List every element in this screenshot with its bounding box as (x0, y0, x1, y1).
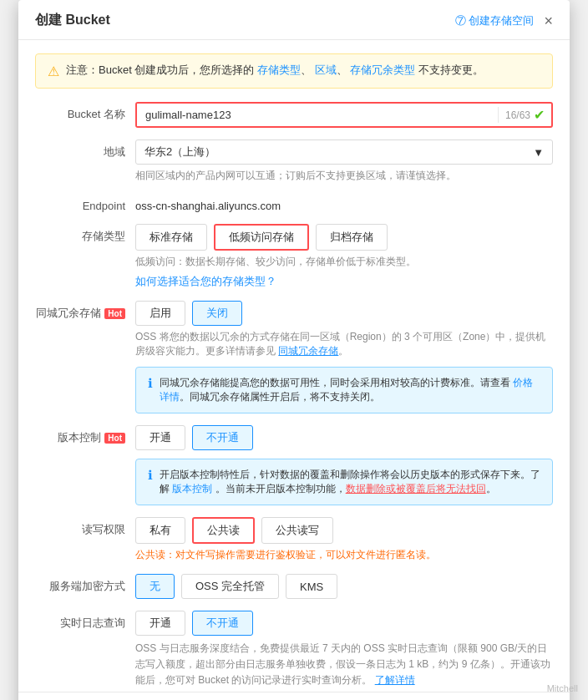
version-info-icon: ℹ (148, 468, 153, 483)
realtime-log-row: 实时日志查询 开通 不开通 OSS 与日志服务深度结合，免费提供最近 7 天内的… (35, 611, 553, 689)
version-group: 开通 不开通 (135, 425, 553, 450)
warning-icon: ⚠ (48, 63, 59, 79)
redundancy-enable[interactable]: 启用 (135, 301, 185, 326)
region-row: 地域 华东2（上海） ▼ 相同区域内的产品内网可以互通；订购后不支持更换区域，请… (35, 139, 553, 183)
redundancy-alert-text: 同城冗余存储能提高您的数据可用性，同时会采用相对较高的计费标准。请查看 价格详情… (160, 376, 540, 404)
storage-type-standard[interactable]: 标准存储 (135, 224, 207, 251)
storage-type-archive[interactable]: 归档存储 (316, 224, 388, 251)
version-alert: ℹ 开启版本控制特性后，针对数据的覆盖和删除操作将会以历史版本的形式保存下来。了… (135, 459, 553, 505)
encryption-content: 无 OSS 完全托管 KMS (135, 574, 553, 599)
chevron-down-icon: ▼ (533, 146, 544, 159)
realtime-log-enable[interactable]: 开通 (135, 611, 185, 636)
redundancy-row: 同城冗余存储 Hot 启用 关闭 OSS 将您的数据以冗余的方式存储在同一区域（… (35, 301, 553, 413)
link-storage-type[interactable]: 存储类型 (257, 63, 301, 76)
read-write-row: 读写权限 私有 公共读 公共读写 公共读：对文件写操作需要进行鉴权验证，可以对文… (35, 517, 553, 562)
bucket-name-row: Bucket 名称 16/63 ✔ (35, 102, 553, 128)
storage-type-label: 存储类型 (35, 224, 135, 244)
warning-text: 注意：Bucket 创建成功后，您所选择的 存储类型、 区域、 存储冗余类型 不… (66, 63, 484, 78)
dialog-header: 创建 Bucket ⑦ 创建存储空间 × (18, 0, 570, 40)
redundancy-hot-badge: Hot (104, 308, 125, 319)
realtime-log-content: 开通 不开通 OSS 与日志服务深度结合，免费提供最近 7 天内的 OSS 实时… (135, 611, 553, 689)
dialog-footer: 取消 确定 (18, 692, 570, 700)
storage-type-content: 标准存储 低频访问存储 归档存储 低频访问：数据长期存储、较少访问，存储单价低于… (135, 224, 553, 289)
redundancy-price-link[interactable]: 价格详情 (160, 377, 533, 403)
storage-type-row: 存储类型 标准存储 低频访问存储 归档存储 低频访问：数据长期存储、较少访问，存… (35, 224, 553, 289)
link-redundancy-type[interactable]: 存储冗余类型 (350, 63, 415, 76)
encryption-label: 服务端加密方式 (35, 574, 135, 594)
endpoint-label: Endpoint (35, 195, 135, 212)
region-select[interactable]: 华东2（上海） ▼ (135, 139, 553, 165)
realtime-log-disable[interactable]: 不开通 (192, 611, 253, 636)
storage-type-group: 标准存储 低频访问存储 归档存储 (135, 224, 553, 251)
redundancy-label: 同城冗余存储 Hot (35, 301, 135, 321)
watermark-text: Mitchell (547, 683, 578, 693)
bucket-name-input-wrapper: 16/63 ✔ (135, 102, 553, 128)
version-alert-text: 开启版本控制特性后，针对数据的覆盖和删除操作将会以历史版本的形式保存下来。了解 … (160, 468, 540, 496)
version-label: 版本控制 Hot (35, 425, 135, 445)
realtime-log-group: 开通 不开通 (135, 611, 553, 636)
redundancy-label-text: 同城冗余存储 (36, 306, 101, 321)
help-link[interactable]: ⑦ 创建存储空间 (455, 13, 535, 28)
redundancy-help-link[interactable]: 同城冗余存储 (278, 345, 338, 357)
version-label-text: 版本控制 (58, 430, 101, 445)
encryption-oss-managed[interactable]: OSS 完全托管 (181, 574, 279, 599)
redundancy-content: 启用 关闭 OSS 将您的数据以冗余的方式存储在同一区域（Region）的 3 … (135, 301, 553, 413)
info-icon: ℹ (148, 376, 153, 391)
redundancy-group: 启用 关闭 (135, 301, 553, 326)
realtime-log-learn-link[interactable]: 了解详情 (375, 674, 415, 686)
storage-type-infrequent[interactable]: 低频访问存储 (214, 224, 309, 251)
close-button[interactable]: × (544, 13, 553, 28)
redundancy-disable[interactable]: 关闭 (192, 301, 242, 326)
endpoint-value: oss-cn-shanghai.aliyuncs.com (135, 195, 553, 212)
read-write-hint: 公共读：对文件写操作需要进行鉴权验证，可以对文件进行匿名读。 (135, 548, 553, 562)
encryption-group: 无 OSS 完全托管 KMS (135, 574, 553, 599)
bucket-name-content: 16/63 ✔ (135, 102, 553, 128)
encryption-row: 服务端加密方式 无 OSS 完全托管 KMS (35, 574, 553, 599)
storage-type-help-link[interactable]: 如何选择适合您的存储类型？ (135, 274, 276, 289)
link-region[interactable]: 区域 (315, 63, 337, 76)
count-ok-icon: ✔ (534, 107, 545, 123)
endpoint-content: oss-cn-shanghai.aliyuncs.com (135, 195, 553, 212)
watermark: Mitchell (547, 683, 578, 693)
create-bucket-dialog: 创建 Bucket ⑦ 创建存储空间 × ⚠ 注意：Bucket 创建成功后，您… (18, 0, 570, 700)
header-right: ⑦ 创建存储空间 × (455, 13, 553, 28)
warning-banner: ⚠ 注意：Bucket 创建成功后，您所选择的 存储类型、 区域、 存储冗余类型… (35, 53, 553, 89)
bucket-name-label: Bucket 名称 (35, 102, 135, 122)
read-write-public-read[interactable]: 公共读 (192, 517, 255, 544)
redundancy-desc: OSS 将您的数据以冗余的方式存储在同一区域（Region）的 3 个可用区（Z… (135, 330, 553, 358)
region-content: 华东2（上海） ▼ 相同区域内的产品内网可以互通；订购后不支持更换区域，请谨慎选… (135, 139, 553, 183)
realtime-log-desc: OSS 与日志服务深度结合，免费提供最近 7 天内的 OSS 实时日志查询（限额… (135, 641, 553, 689)
encryption-kms[interactable]: KMS (286, 574, 337, 599)
version-content: 开通 不开通 ℹ 开启版本控制特性后，针对数据的覆盖和删除操作将会以历史版本的形… (135, 425, 553, 505)
read-write-content: 私有 公共读 公共读写 公共读：对文件写操作需要进行鉴权验证，可以对文件进行匿名… (135, 517, 553, 562)
read-write-public-write[interactable]: 公共读写 (261, 517, 333, 544)
version-help-link[interactable]: 版本控制 (172, 483, 212, 495)
read-write-private[interactable]: 私有 (135, 517, 185, 544)
endpoint-row: Endpoint oss-cn-shanghai.aliyuncs.com (35, 195, 553, 212)
bucket-name-input[interactable] (137, 104, 498, 126)
version-disable[interactable]: 不开通 (192, 425, 253, 450)
bucket-name-count: 16/63 ✔ (498, 107, 551, 123)
version-warn-link[interactable]: 数据删除或被覆盖后将无法找回 (346, 483, 486, 495)
region-value: 华东2（上海） (144, 145, 215, 160)
encryption-none[interactable]: 无 (135, 574, 175, 599)
version-hot-badge: Hot (104, 433, 125, 444)
region-hint: 相同区域内的产品内网可以互通；订购后不支持更换区域，请谨慎选择。 (135, 169, 553, 183)
redundancy-alert: ℹ 同城冗余存储能提高您的数据可用性，同时会采用相对较高的计费标准。请查看 价格… (135, 367, 553, 413)
dialog-title: 创建 Bucket (35, 12, 110, 29)
version-enable[interactable]: 开通 (135, 425, 185, 450)
read-write-group: 私有 公共读 公共读写 (135, 517, 553, 544)
version-row: 版本控制 Hot 开通 不开通 ℹ 开启版本控制特性后，针对数据的覆盖和删除操作… (35, 425, 553, 505)
dialog-body: ⚠ 注意：Bucket 创建成功后，您所选择的 存储类型、 区域、 存储冗余类型… (18, 40, 570, 692)
storage-type-hint: 低频访问：数据长期存储、较少访问，存储单价低于标准类型。 (135, 255, 553, 269)
realtime-log-label: 实时日志查询 (35, 611, 135, 631)
read-write-label: 读写权限 (35, 517, 135, 537)
region-label: 地域 (35, 139, 135, 160)
